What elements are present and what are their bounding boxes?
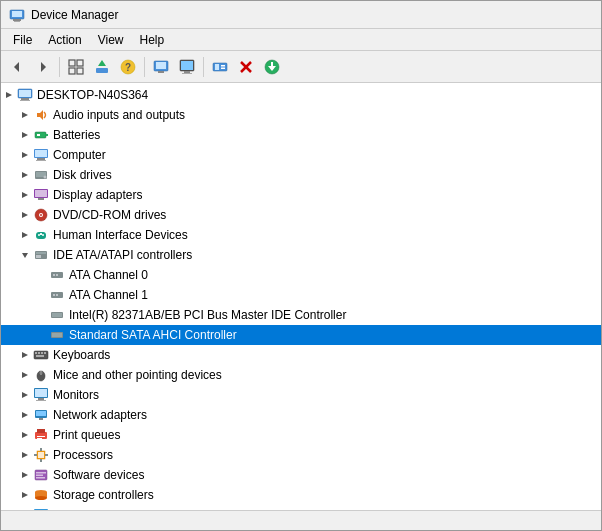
svg-point-60 [38, 234, 40, 236]
node-label-intel: Intel(R) 82371AB/EB PCI Bus Master IDE C… [69, 308, 346, 322]
tree-node-ide[interactable]: IDE ATA/ATAPI controllers [1, 245, 601, 265]
scan-button[interactable] [208, 55, 232, 79]
expand-icon[interactable] [17, 367, 33, 383]
svg-rect-15 [156, 62, 166, 69]
node-icon-mice [33, 367, 49, 383]
svg-marker-102 [22, 452, 28, 458]
expand-icon[interactable] [17, 487, 33, 503]
node-label-monitors: Monitors [53, 388, 99, 402]
leaf-spacer [33, 287, 49, 303]
tree-node-computer[interactable]: Computer [1, 145, 601, 165]
node-label-ide: IDE ATA/ATAPI controllers [53, 248, 192, 262]
update-driver-button[interactable] [90, 55, 114, 79]
window-title: Device Manager [31, 8, 118, 22]
node-label-network: Network adapters [53, 408, 147, 422]
monitor-button[interactable] [175, 55, 199, 79]
svg-rect-99 [37, 429, 45, 433]
properties-button[interactable] [64, 55, 88, 79]
svg-rect-24 [221, 67, 225, 69]
tree-node-monitors[interactable]: Monitors [1, 385, 601, 405]
tree-node-hid[interactable]: Human Interface Devices [1, 225, 601, 245]
leaf-spacer [33, 327, 49, 343]
expand-icon[interactable] [17, 107, 33, 123]
svg-marker-54 [22, 212, 28, 218]
tree-node-batteries[interactable]: Batteries [1, 125, 601, 145]
menu-action[interactable]: Action [40, 31, 89, 49]
tree-node-ata2[interactable]: ATA Channel 1 [1, 285, 601, 305]
disable-button[interactable] [234, 55, 258, 79]
title-bar: Device Manager [1, 1, 601, 29]
status-bar [1, 510, 601, 531]
svg-rect-83 [36, 355, 44, 357]
menu-view[interactable]: View [90, 31, 132, 49]
svg-rect-33 [21, 98, 29, 100]
svg-rect-6 [69, 60, 75, 66]
tree-node-proc[interactable]: Processors [1, 445, 601, 465]
tree-node-display[interactable]: Display adapters [1, 185, 601, 205]
expand-icon[interactable] [17, 127, 33, 143]
tree-node-ata1[interactable]: ATA Channel 0 [1, 265, 601, 285]
tree-node-print[interactable]: Print queues [1, 425, 601, 445]
expand-icon[interactable] [17, 207, 33, 223]
svg-rect-40 [37, 134, 40, 136]
svg-rect-44 [37, 158, 45, 160]
tree-node-storage[interactable]: Storage controllers [1, 485, 601, 505]
tree-node-disk[interactable]: Disk drives [1, 165, 601, 185]
svg-rect-22 [215, 64, 219, 70]
tree-node-network[interactable]: Network adapters [1, 405, 601, 425]
expand-icon[interactable] [17, 467, 33, 483]
svg-rect-23 [221, 65, 225, 67]
svg-point-117 [35, 496, 47, 500]
expand-icon[interactable] [17, 347, 33, 363]
menu-bar: File Action View Help [1, 29, 601, 51]
collapse-icon[interactable] [17, 247, 33, 263]
tree-node-keyboards[interactable]: Keyboards [1, 345, 601, 365]
back-button[interactable] [5, 55, 29, 79]
expand-icon[interactable] [17, 507, 33, 510]
tree-node-dvd[interactable]: DVD/CD-ROM drives [1, 205, 601, 225]
svg-rect-29 [271, 62, 273, 67]
download-button[interactable] [260, 55, 284, 79]
svg-rect-79 [35, 352, 37, 354]
expand-icon[interactable] [17, 187, 33, 203]
leaf-spacer [33, 307, 49, 323]
svg-rect-7 [77, 60, 83, 66]
node-label-system: System devices [53, 508, 137, 510]
expand-icon[interactable] [17, 167, 33, 183]
svg-rect-45 [36, 160, 46, 161]
svg-rect-19 [184, 71, 190, 73]
expand-icon[interactable] [17, 407, 33, 423]
node-icon-storage [33, 487, 49, 503]
toolbar: ? [1, 51, 601, 83]
svg-marker-11 [98, 60, 106, 66]
node-label-sata: Standard SATA AHCI Controller [69, 328, 237, 342]
expand-icon[interactable] [17, 147, 33, 163]
svg-rect-106 [40, 459, 42, 462]
expand-icon[interactable] [17, 427, 33, 443]
menu-help[interactable]: Help [132, 31, 173, 49]
svg-point-57 [40, 214, 42, 216]
tree-node-software[interactable]: Software devices [1, 465, 601, 485]
node-icon-proc [33, 447, 49, 463]
svg-rect-101 [37, 438, 42, 439]
svg-rect-111 [36, 472, 46, 474]
node-label-mice: Mice and other pointing devices [53, 368, 222, 382]
expand-icon[interactable] [17, 387, 33, 403]
forward-button[interactable] [31, 55, 55, 79]
help-button[interactable]: ? [116, 55, 140, 79]
tree-node-intel[interactable]: Intel(R) 82371AB/EB PCI Bus Master IDE C… [1, 305, 601, 325]
menu-file[interactable]: File [5, 31, 40, 49]
root-expander[interactable] [1, 87, 17, 103]
tree-root[interactable]: DESKTOP-N40S364 [1, 85, 601, 105]
svg-rect-62 [40, 233, 42, 235]
node-label-ata1: ATA Channel 0 [69, 268, 148, 282]
svg-rect-52 [35, 190, 47, 197]
device-manager-button[interactable] [149, 55, 173, 79]
expand-icon[interactable] [17, 447, 33, 463]
tree-node-mice[interactable]: Mice and other pointing devices [1, 365, 601, 385]
tree-node-sata[interactable]: Standard SATA AHCI Controller [1, 325, 601, 345]
tree-node-audio[interactable]: Audio inputs and outputs [1, 105, 601, 125]
svg-rect-18 [181, 61, 193, 70]
node-label-audio: Audio inputs and outputs [53, 108, 185, 122]
expand-icon[interactable] [17, 227, 33, 243]
